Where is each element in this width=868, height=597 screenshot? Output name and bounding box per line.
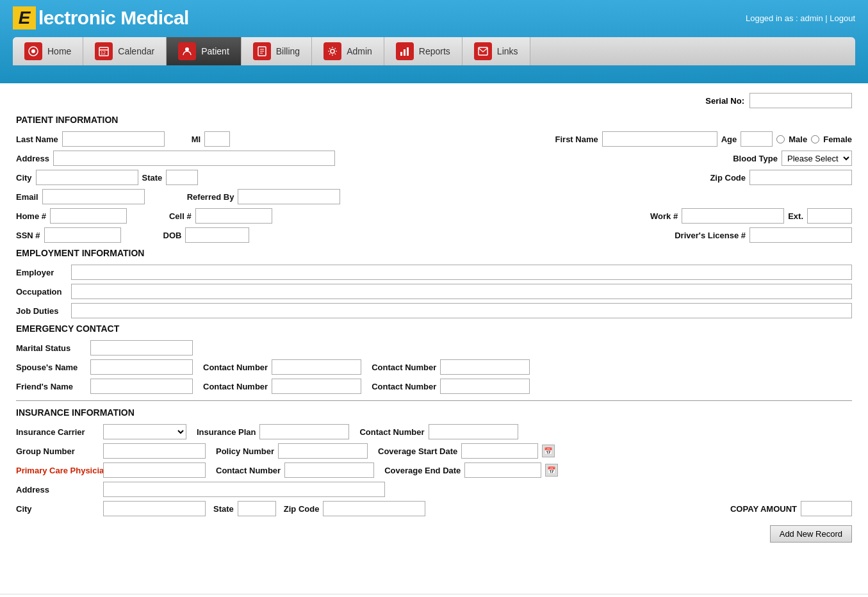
nav-patient-label: Patient [201, 46, 229, 56]
ins-zip-input[interactable] [323, 501, 425, 516]
employer-input[interactable] [71, 265, 852, 280]
nav-admin[interactable]: Admin [312, 37, 384, 65]
occupation-input[interactable] [71, 284, 852, 299]
ext-input[interactable] [807, 208, 852, 224]
occupation-label: Occupation [16, 287, 67, 297]
nav-reports-label: Reports [419, 46, 450, 56]
ins-contact-input[interactable] [429, 424, 518, 439]
nav-admin-label: Admin [347, 46, 372, 56]
ins-contact-label: Contact Number [359, 427, 424, 437]
insurance-carrier-label: Insurance Carrier [16, 427, 99, 437]
group-number-input[interactable] [103, 443, 206, 459]
insurance-title: INSURANCE INFORMATION [16, 407, 852, 418]
main-content: Serial No: PATIENT INFORMATION Last Name… [0, 83, 868, 594]
friend-contact2-input[interactable] [440, 379, 530, 394]
cell-input[interactable] [195, 208, 272, 224]
dob-label: DOB [163, 231, 182, 240]
referred-by-input[interactable] [238, 189, 340, 204]
address-input[interactable] [53, 151, 335, 166]
state-label: State [142, 173, 163, 183]
row-insurance-carrier: Insurance Carrier Insurance Plan Contact… [16, 424, 852, 439]
nav-bar: Home 12 Calendar Patient Billing Admin [13, 37, 855, 65]
home-label: Home # [16, 211, 46, 221]
friends-name-input[interactable] [90, 379, 193, 394]
svg-text:12: 12 [101, 51, 106, 55]
nav-patient[interactable]: Patient [167, 37, 242, 65]
coverage-end-date-calendar-icon[interactable]: 📅 [545, 464, 558, 477]
policy-number-input[interactable] [278, 443, 368, 459]
mi-input[interactable] [204, 131, 230, 147]
coverage-end-date-label: Coverage End Date [384, 466, 461, 475]
first-name-input[interactable] [602, 131, 717, 147]
mi-label: MI [192, 135, 201, 144]
coverage-start-date-input[interactable] [461, 443, 538, 459]
referred-by-label: Referred By [187, 192, 234, 202]
home-icon [24, 42, 42, 60]
spouse-contact2-label: Contact Number [372, 363, 436, 372]
spouse-contact2-input[interactable] [440, 359, 530, 375]
marital-status-input[interactable] [90, 340, 193, 356]
row-job-duties: Job Duties [16, 303, 852, 318]
row-friend: Friend's Name Contact Number Contact Num… [16, 379, 852, 394]
insurance-carrier-select[interactable] [103, 424, 186, 439]
copay-amount-input[interactable] [801, 501, 852, 516]
female-radio[interactable] [811, 135, 819, 143]
last-name-label: Last Name [16, 135, 58, 144]
age-label: Age [721, 135, 737, 144]
zip-code-input[interactable] [749, 170, 852, 185]
user-info: Logged in as : admin | Logout [746, 13, 855, 23]
svg-point-1 [31, 49, 35, 53]
dob-input[interactable] [185, 227, 249, 243]
ins-city-label: City [16, 504, 99, 514]
ins-zip-label: Zip Code [284, 504, 320, 514]
row-occupation: Occupation [16, 284, 852, 299]
age-input[interactable] [741, 131, 773, 147]
primary-care-physician-input[interactable] [103, 462, 206, 478]
ssn-input[interactable] [44, 227, 121, 243]
footer: © Shola Health, 2010. All Rights Reserve… [0, 594, 868, 597]
job-duties-input[interactable] [71, 303, 852, 318]
copay-amount-label: COPAY AMOUNT [730, 504, 797, 514]
serial-no-input[interactable] [749, 93, 852, 108]
spouse-contact-input[interactable] [272, 359, 361, 375]
spouses-name-input[interactable] [90, 359, 193, 375]
nav-links-label: Links [497, 46, 518, 56]
ins-address-label: Address [16, 485, 99, 495]
row-name: Last Name MI First Name Age Male Female [16, 131, 852, 147]
primary-care-physician-label: Primary Care Physician [16, 466, 99, 475]
blood-type-select[interactable]: Please Select A+A-B+B- AB+AB-O+O- [782, 151, 852, 166]
email-input[interactable] [42, 189, 145, 204]
nav-calendar[interactable]: 12 Calendar [83, 37, 167, 65]
row-employer: Employer [16, 265, 852, 280]
nav-billing[interactable]: Billing [242, 37, 312, 65]
male-radio[interactable] [776, 135, 785, 143]
insurance-plan-input[interactable] [259, 424, 349, 439]
admin-icon [323, 42, 341, 60]
physician-contact-input[interactable] [284, 462, 374, 478]
drivers-license-input[interactable] [749, 227, 852, 243]
policy-number-label: Policy Number [216, 446, 274, 456]
add-new-record-button[interactable]: Add New Record [770, 525, 852, 543]
logo-icon: E [13, 6, 36, 29]
row-ins-city: City State Zip Code COPAY AMOUNT [16, 501, 852, 516]
work-input[interactable] [682, 208, 784, 224]
marital-status-label: Marital Status [16, 343, 86, 353]
nav-home[interactable]: Home [13, 37, 83, 65]
coverage-end-date-input[interactable] [464, 462, 541, 478]
emergency-section: EMERGENCY CONTACT Marital Status Spouse'… [16, 323, 852, 394]
coverage-start-date-calendar-icon[interactable]: 📅 [542, 445, 555, 457]
state-input[interactable] [166, 170, 198, 185]
home-input[interactable] [50, 208, 127, 224]
last-name-input[interactable] [62, 131, 165, 147]
ins-address-input[interactable] [103, 482, 385, 497]
email-label: Email [16, 192, 38, 202]
ins-city-input[interactable] [103, 501, 206, 516]
friend-contact-input[interactable] [272, 379, 361, 394]
patient-icon [178, 42, 196, 60]
group-number-label: Group Number [16, 446, 99, 456]
first-name-label: First Name [555, 135, 598, 144]
nav-links[interactable]: Links [463, 37, 530, 65]
patient-city-input[interactable] [36, 170, 138, 185]
ins-state-input[interactable] [238, 501, 276, 516]
nav-reports[interactable]: Reports [384, 37, 463, 65]
